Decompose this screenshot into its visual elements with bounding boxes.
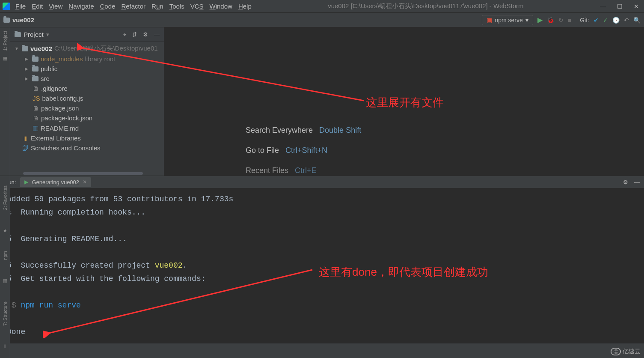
- git-update-button[interactable]: ✔: [594, 17, 599, 24]
- watermark-icon: ⓒ: [611, 348, 621, 355]
- gear-icon[interactable]: ⚙: [623, 179, 628, 185]
- tree-scratches[interactable]: 🗐 Scratches and Consoles: [10, 143, 164, 153]
- tree-item-node_modules[interactable]: ▶ node_modules library root: [10, 54, 164, 64]
- project-panel-header: Project ▾ ⌖ ⇵ ⚙ —: [10, 27, 164, 42]
- menu-refactor[interactable]: Refactor: [121, 3, 145, 10]
- json-file-icon: 🗎: [33, 104, 39, 112]
- tree-item-src[interactable]: ▶ src: [10, 74, 164, 84]
- hint-key: Ctrl+Shift+N: [285, 146, 327, 155]
- hide-icon[interactable]: —: [154, 31, 160, 38]
- json-file-icon: 🗎: [33, 114, 39, 122]
- menu-help[interactable]: Help: [238, 3, 252, 10]
- search-button[interactable]: 🔍: [633, 17, 641, 24]
- run-tab[interactable]: ▶ Generating vue002 ✕: [20, 177, 91, 187]
- item-label: package-lock.json: [41, 114, 92, 122]
- expand-icon[interactable]: ▶: [25, 66, 30, 71]
- tool-tab-project[interactable]: 1: Project: [3, 31, 8, 51]
- run-panel-header: Run: ▶ Generating vue002 ✕ ⚙ —: [0, 176, 644, 188]
- tree-item-babel[interactable]: JS babel.config.js: [10, 93, 164, 103]
- menu-vcs[interactable]: VCS: [190, 3, 204, 10]
- hint-label: Recent Files: [246, 166, 288, 175]
- hide-icon[interactable]: —: [634, 179, 640, 185]
- tree-item-public[interactable]: ▶ public: [10, 64, 164, 74]
- menu-window[interactable]: Window: [210, 3, 232, 10]
- tree-item-readme[interactable]: ▥ README.md: [10, 123, 164, 133]
- collapse-icon[interactable]: ⇵: [132, 31, 137, 38]
- tool-tab-npm[interactable]: npm: [3, 251, 8, 260]
- root-path: C:\Users\编程小石头\Desktop\vue01: [54, 45, 158, 53]
- expand-icon[interactable]: ▶: [25, 57, 30, 61]
- tool-tab-structure[interactable]: 7: Structure: [3, 301, 8, 326]
- menu-edit[interactable]: Edit: [32, 3, 43, 10]
- git-revert-button[interactable]: ↶: [624, 17, 629, 24]
- structure-icon: ⫴: [4, 343, 6, 349]
- run-config-selector[interactable]: ▣ npm serve ▾: [482, 15, 533, 25]
- panel-title[interactable]: Project: [24, 31, 44, 38]
- git-commit-button[interactable]: ✓: [603, 17, 608, 24]
- titlebar: File Edit View Navigate Code Refactor Ru…: [0, 0, 644, 13]
- maximize-button[interactable]: ☐: [617, 3, 623, 10]
- minimize-button[interactable]: —: [600, 3, 606, 10]
- chevron-down-icon[interactable]: ▾: [46, 31, 49, 38]
- hint-key: Double Shift: [319, 126, 361, 134]
- menu-run[interactable]: Run: [151, 3, 163, 10]
- tree-item-packagelock[interactable]: 🗎 package-lock.json: [10, 113, 164, 123]
- star-icon: ★: [3, 228, 7, 233]
- tree-item-gitignore[interactable]: 🗎 .gitignore: [10, 84, 164, 93]
- tree-external[interactable]: ⫼ External Libraries: [10, 133, 164, 143]
- rerun-button[interactable]: ↻: [558, 17, 564, 24]
- breadcrumb[interactable]: vue002: [3, 16, 34, 24]
- tool-tab-favorites[interactable]: 2: Favorites: [3, 185, 8, 210]
- root-name: vue002: [30, 45, 52, 52]
- scratch-icon: 🗐: [22, 144, 29, 152]
- run-config-label: npm serve: [495, 17, 522, 24]
- tree-scrollbar[interactable]: [23, 172, 143, 175]
- play-icon: ▶: [24, 179, 28, 185]
- item-label: Scratches and Consoles: [31, 144, 101, 152]
- gear-icon[interactable]: ⚙: [143, 31, 148, 38]
- expand-icon[interactable]: ▼: [15, 46, 20, 51]
- terminal-output[interactable]: added 59 packages from 53 contributors i…: [0, 188, 644, 343]
- item-label: babel.config.js: [42, 95, 83, 102]
- folder-icon: ▦: [3, 56, 7, 61]
- menu-file[interactable]: File: [15, 3, 26, 10]
- main-area: 1: Project ▦ Project ▾ ⌖ ⇵ ⚙ — ▼ vue002 …: [0, 27, 644, 176]
- git-history-button[interactable]: 🕓: [612, 17, 620, 24]
- locate-icon[interactable]: ⌖: [123, 31, 126, 38]
- close-button[interactable]: ✕: [634, 3, 639, 10]
- menu-code[interactable]: Code: [100, 3, 116, 10]
- git-label: Git:: [580, 17, 589, 24]
- expand-icon[interactable]: ▶: [25, 76, 30, 81]
- menu-tools[interactable]: Tools: [169, 3, 184, 10]
- run-button[interactable]: ▶: [537, 16, 543, 24]
- left-side-tabs: 2: Favorites ★ npm ▦ 7: Structure ⫴: [0, 176, 10, 358]
- item-label: src: [41, 75, 49, 82]
- hint-label: Search Everywhere: [246, 126, 313, 134]
- menu-navigate[interactable]: Navigate: [68, 3, 94, 10]
- close-tab-icon[interactable]: ✕: [83, 179, 87, 185]
- stop-button[interactable]: ■: [568, 17, 571, 24]
- project-tree: ▼ vue002 C:\Users\编程小石头\Desktop\vue01 ▶ …: [10, 42, 164, 154]
- folder-icon: [32, 66, 39, 72]
- npm-icon: ▣: [487, 17, 492, 24]
- md-file-icon: ▥: [33, 124, 39, 132]
- watermark-text: 亿速云: [623, 348, 641, 355]
- item-label: public: [41, 65, 57, 72]
- folder-icon: [32, 76, 39, 81]
- hint-label: Go to File: [246, 146, 279, 155]
- menu-view[interactable]: View: [49, 3, 62, 10]
- hint-key: Ctrl+E: [295, 166, 317, 175]
- window-title: vue002 [C:\Users\编程小石头\Desktop\vue0117\v…: [252, 2, 600, 10]
- webstorm-logo-icon: [3, 3, 10, 10]
- debug-button[interactable]: 🐞: [547, 17, 554, 24]
- hint-gotofile: Go to File Ctrl+Shift+N: [246, 146, 644, 155]
- file-icon: 🗎: [33, 85, 39, 92]
- folder-icon: [32, 57, 39, 62]
- tree-item-package[interactable]: 🗎 package.json: [10, 103, 164, 113]
- project-panel: Project ▾ ⌖ ⇵ ⚙ — ▼ vue002 C:\Users\编程小石…: [10, 27, 164, 176]
- toolbar: vue002 ▣ npm serve ▾ ▶ 🐞 ↻ ■ Git: ✔ ✓ 🕓 …: [0, 13, 644, 27]
- item-label: External Libraries: [31, 134, 81, 142]
- item-label: README.md: [41, 125, 79, 132]
- tree-root[interactable]: ▼ vue002 C:\Users\编程小石头\Desktop\vue01: [10, 43, 164, 54]
- library-icon: ⫼: [22, 134, 29, 142]
